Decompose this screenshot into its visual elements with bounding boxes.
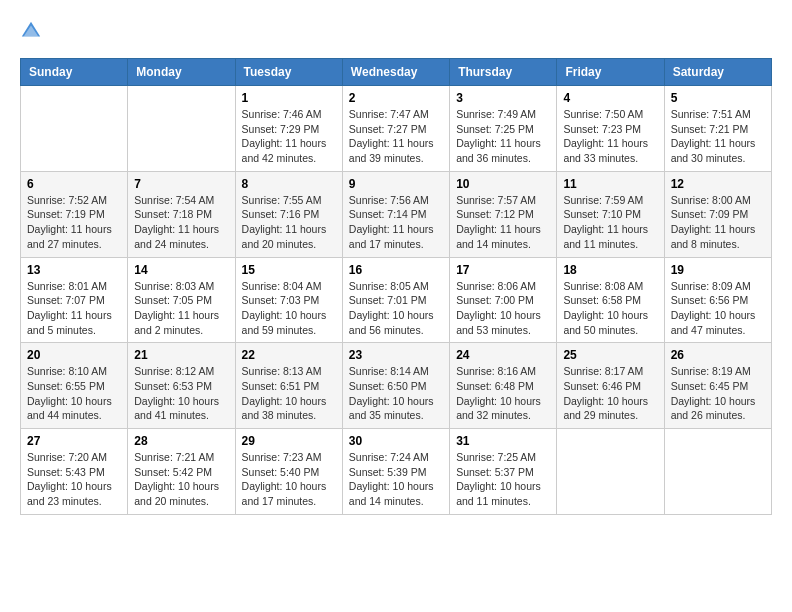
day-number: 21 <box>134 348 228 362</box>
calendar-cell: 14Sunrise: 8:03 AMSunset: 7:05 PMDayligh… <box>128 257 235 343</box>
day-number: 8 <box>242 177 336 191</box>
day-info: Sunrise: 7:23 AMSunset: 5:40 PMDaylight:… <box>242 450 336 509</box>
day-info: Sunrise: 7:49 AMSunset: 7:25 PMDaylight:… <box>456 107 550 166</box>
day-header-wednesday: Wednesday <box>342 59 449 86</box>
day-info: Sunrise: 7:25 AMSunset: 5:37 PMDaylight:… <box>456 450 550 509</box>
calendar-week-row: 13Sunrise: 8:01 AMSunset: 7:07 PMDayligh… <box>21 257 772 343</box>
calendar-week-row: 20Sunrise: 8:10 AMSunset: 6:55 PMDayligh… <box>21 343 772 429</box>
calendar-cell <box>128 86 235 172</box>
day-number: 15 <box>242 263 336 277</box>
calendar-cell: 27Sunrise: 7:20 AMSunset: 5:43 PMDayligh… <box>21 429 128 515</box>
day-number: 7 <box>134 177 228 191</box>
calendar-cell: 17Sunrise: 8:06 AMSunset: 7:00 PMDayligh… <box>450 257 557 343</box>
day-info: Sunrise: 8:10 AMSunset: 6:55 PMDaylight:… <box>27 364 121 423</box>
day-header-tuesday: Tuesday <box>235 59 342 86</box>
day-number: 6 <box>27 177 121 191</box>
day-number: 28 <box>134 434 228 448</box>
day-info: Sunrise: 8:09 AMSunset: 6:56 PMDaylight:… <box>671 279 765 338</box>
day-info: Sunrise: 7:52 AMSunset: 7:19 PMDaylight:… <box>27 193 121 252</box>
day-info: Sunrise: 7:51 AMSunset: 7:21 PMDaylight:… <box>671 107 765 166</box>
calendar-cell: 6Sunrise: 7:52 AMSunset: 7:19 PMDaylight… <box>21 171 128 257</box>
day-info: Sunrise: 7:47 AMSunset: 7:27 PMDaylight:… <box>349 107 443 166</box>
calendar-header-row: SundayMondayTuesdayWednesdayThursdayFrid… <box>21 59 772 86</box>
day-number: 10 <box>456 177 550 191</box>
calendar-cell: 19Sunrise: 8:09 AMSunset: 6:56 PMDayligh… <box>664 257 771 343</box>
calendar-cell: 1Sunrise: 7:46 AMSunset: 7:29 PMDaylight… <box>235 86 342 172</box>
day-number: 11 <box>563 177 657 191</box>
calendar-cell: 25Sunrise: 8:17 AMSunset: 6:46 PMDayligh… <box>557 343 664 429</box>
day-header-sunday: Sunday <box>21 59 128 86</box>
calendar-cell: 8Sunrise: 7:55 AMSunset: 7:16 PMDaylight… <box>235 171 342 257</box>
day-number: 14 <box>134 263 228 277</box>
day-number: 1 <box>242 91 336 105</box>
calendar-cell: 3Sunrise: 7:49 AMSunset: 7:25 PMDaylight… <box>450 86 557 172</box>
calendar-cell: 21Sunrise: 8:12 AMSunset: 6:53 PMDayligh… <box>128 343 235 429</box>
calendar-cell: 29Sunrise: 7:23 AMSunset: 5:40 PMDayligh… <box>235 429 342 515</box>
calendar-cell: 24Sunrise: 8:16 AMSunset: 6:48 PMDayligh… <box>450 343 557 429</box>
page-header <box>20 20 772 42</box>
day-info: Sunrise: 8:00 AMSunset: 7:09 PMDaylight:… <box>671 193 765 252</box>
day-number: 13 <box>27 263 121 277</box>
day-number: 9 <box>349 177 443 191</box>
day-info: Sunrise: 8:05 AMSunset: 7:01 PMDaylight:… <box>349 279 443 338</box>
day-number: 30 <box>349 434 443 448</box>
day-number: 31 <box>456 434 550 448</box>
calendar-cell: 28Sunrise: 7:21 AMSunset: 5:42 PMDayligh… <box>128 429 235 515</box>
calendar-cell: 30Sunrise: 7:24 AMSunset: 5:39 PMDayligh… <box>342 429 449 515</box>
calendar-cell <box>557 429 664 515</box>
day-number: 16 <box>349 263 443 277</box>
day-number: 2 <box>349 91 443 105</box>
day-info: Sunrise: 8:17 AMSunset: 6:46 PMDaylight:… <box>563 364 657 423</box>
day-info: Sunrise: 7:56 AMSunset: 7:14 PMDaylight:… <box>349 193 443 252</box>
day-number: 19 <box>671 263 765 277</box>
calendar-cell: 22Sunrise: 8:13 AMSunset: 6:51 PMDayligh… <box>235 343 342 429</box>
calendar-cell: 15Sunrise: 8:04 AMSunset: 7:03 PMDayligh… <box>235 257 342 343</box>
day-number: 20 <box>27 348 121 362</box>
day-info: Sunrise: 7:59 AMSunset: 7:10 PMDaylight:… <box>563 193 657 252</box>
calendar-cell: 20Sunrise: 8:10 AMSunset: 6:55 PMDayligh… <box>21 343 128 429</box>
day-info: Sunrise: 8:12 AMSunset: 6:53 PMDaylight:… <box>134 364 228 423</box>
day-info: Sunrise: 8:08 AMSunset: 6:58 PMDaylight:… <box>563 279 657 338</box>
day-info: Sunrise: 7:46 AMSunset: 7:29 PMDaylight:… <box>242 107 336 166</box>
day-number: 24 <box>456 348 550 362</box>
day-info: Sunrise: 7:20 AMSunset: 5:43 PMDaylight:… <box>27 450 121 509</box>
day-header-friday: Friday <box>557 59 664 86</box>
day-number: 3 <box>456 91 550 105</box>
day-number: 4 <box>563 91 657 105</box>
calendar-week-row: 6Sunrise: 7:52 AMSunset: 7:19 PMDaylight… <box>21 171 772 257</box>
calendar-week-row: 27Sunrise: 7:20 AMSunset: 5:43 PMDayligh… <box>21 429 772 515</box>
logo <box>20 20 46 42</box>
calendar-cell: 16Sunrise: 8:05 AMSunset: 7:01 PMDayligh… <box>342 257 449 343</box>
calendar-cell: 18Sunrise: 8:08 AMSunset: 6:58 PMDayligh… <box>557 257 664 343</box>
day-info: Sunrise: 8:04 AMSunset: 7:03 PMDaylight:… <box>242 279 336 338</box>
logo-icon <box>20 20 42 42</box>
day-info: Sunrise: 8:06 AMSunset: 7:00 PMDaylight:… <box>456 279 550 338</box>
calendar-cell: 2Sunrise: 7:47 AMSunset: 7:27 PMDaylight… <box>342 86 449 172</box>
calendar-cell: 7Sunrise: 7:54 AMSunset: 7:18 PMDaylight… <box>128 171 235 257</box>
calendar-cell: 10Sunrise: 7:57 AMSunset: 7:12 PMDayligh… <box>450 171 557 257</box>
calendar-cell <box>664 429 771 515</box>
day-number: 12 <box>671 177 765 191</box>
day-number: 18 <box>563 263 657 277</box>
calendar-cell: 4Sunrise: 7:50 AMSunset: 7:23 PMDaylight… <box>557 86 664 172</box>
day-info: Sunrise: 8:03 AMSunset: 7:05 PMDaylight:… <box>134 279 228 338</box>
day-number: 22 <box>242 348 336 362</box>
day-number: 17 <box>456 263 550 277</box>
day-info: Sunrise: 7:54 AMSunset: 7:18 PMDaylight:… <box>134 193 228 252</box>
day-info: Sunrise: 8:13 AMSunset: 6:51 PMDaylight:… <box>242 364 336 423</box>
day-header-saturday: Saturday <box>664 59 771 86</box>
day-info: Sunrise: 8:14 AMSunset: 6:50 PMDaylight:… <box>349 364 443 423</box>
day-header-thursday: Thursday <box>450 59 557 86</box>
day-info: Sunrise: 7:50 AMSunset: 7:23 PMDaylight:… <box>563 107 657 166</box>
calendar-cell <box>21 86 128 172</box>
calendar-cell: 5Sunrise: 7:51 AMSunset: 7:21 PMDaylight… <box>664 86 771 172</box>
day-number: 23 <box>349 348 443 362</box>
calendar-cell: 23Sunrise: 8:14 AMSunset: 6:50 PMDayligh… <box>342 343 449 429</box>
day-info: Sunrise: 8:16 AMSunset: 6:48 PMDaylight:… <box>456 364 550 423</box>
calendar-cell: 13Sunrise: 8:01 AMSunset: 7:07 PMDayligh… <box>21 257 128 343</box>
day-info: Sunrise: 8:19 AMSunset: 6:45 PMDaylight:… <box>671 364 765 423</box>
day-number: 27 <box>27 434 121 448</box>
calendar-cell: 11Sunrise: 7:59 AMSunset: 7:10 PMDayligh… <box>557 171 664 257</box>
calendar-cell: 12Sunrise: 8:00 AMSunset: 7:09 PMDayligh… <box>664 171 771 257</box>
day-header-monday: Monday <box>128 59 235 86</box>
